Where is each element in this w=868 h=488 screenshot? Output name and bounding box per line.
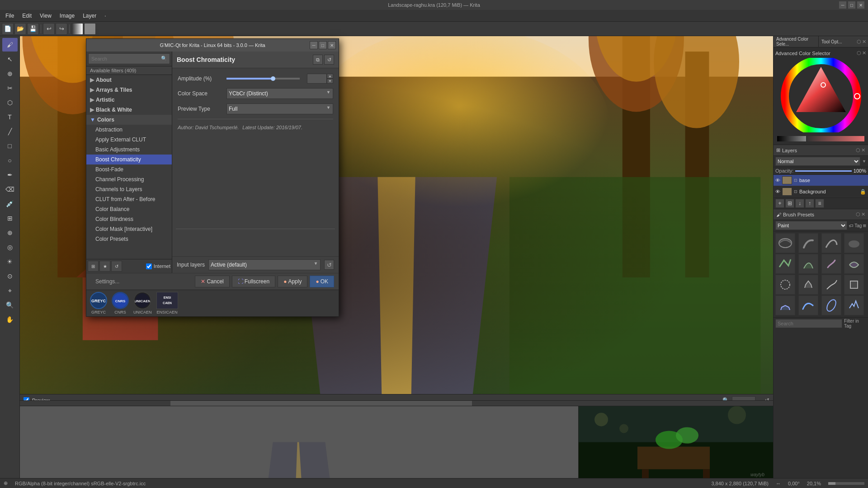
layer-vis-icon-bg[interactable]: 👁	[775, 189, 780, 194]
filter-reset-btn[interactable]: ↺	[111, 261, 122, 272]
lasso-tool-btn[interactable]: ⊙	[2, 269, 18, 283]
preview-type-select[interactable]: Full	[226, 103, 333, 114]
brush-item-13[interactable]	[775, 296, 795, 315]
dodge-tool-btn[interactable]: ☀	[2, 255, 18, 268]
category-about[interactable]: ▶ About	[86, 75, 172, 85]
color-wheel-svg[interactable]	[780, 58, 862, 132]
move-up-layer-btn[interactable]: ↑	[805, 199, 814, 208]
menu-view[interactable]: View	[36, 12, 55, 20]
menu-layer[interactable]: Layer	[79, 12, 100, 20]
panel-float-icon[interactable]: ⬡	[857, 39, 861, 45]
menu-more[interactable]: ·	[101, 12, 109, 20]
move-down-layer-btn[interactable]: ↓	[795, 199, 804, 208]
pen-tool-btn[interactable]: ✒	[2, 168, 18, 182]
canvas-hscroll[interactable]	[20, 400, 773, 406]
redo-btn[interactable]: ↪	[56, 23, 67, 35]
brush-item-9[interactable]	[775, 275, 795, 295]
text-tool-btn[interactable]: T	[2, 110, 18, 124]
brush-item-1[interactable]	[775, 233, 795, 253]
brush-item-7[interactable]	[821, 254, 841, 274]
menu-file[interactable]: File	[2, 12, 18, 20]
menu-edit[interactable]: Edit	[19, 12, 35, 20]
zoom-slider[interactable]	[828, 482, 864, 485]
brush-item-16[interactable]	[844, 296, 864, 315]
gmic-close-btn[interactable]: ✕	[328, 41, 336, 49]
filter-apply-external-clut[interactable]: Apply External CLUT	[86, 135, 172, 145]
add-layer-btn[interactable]: +	[775, 199, 784, 208]
cancel-btn[interactable]: ✕ Cancel	[195, 276, 229, 287]
layer-base[interactable]: 👁 ⊡ base	[774, 175, 868, 186]
filter-search-input[interactable]	[88, 53, 170, 64]
category-artistic[interactable]: ▶ Artistic	[86, 95, 172, 105]
input-layers-select[interactable]: Active (default)	[208, 259, 321, 270]
layers-float-icon[interactable]: ⬡	[856, 147, 860, 153]
dark-bar[interactable]	[777, 136, 806, 141]
adv-color-tab[interactable]: Advanced Color Sele...	[774, 36, 819, 47]
brush-item-4[interactable]	[844, 233, 864, 253]
gmic-minimize-btn[interactable]: ─	[310, 41, 318, 49]
ellipse-tool-btn[interactable]: ○	[2, 154, 18, 167]
brush-item-15[interactable]	[821, 296, 841, 315]
fill-tool-btn[interactable]: ⬡	[2, 96, 18, 109]
save-file-btn[interactable]: 💾	[27, 23, 39, 35]
filter-bookmark-btn[interactable]: ★	[99, 261, 110, 272]
line-tool-btn[interactable]: ╱	[2, 125, 18, 138]
color-selector-float-icon[interactable]: ⬡	[857, 50, 861, 56]
eraser-tool-btn[interactable]: ⌫	[2, 183, 18, 196]
duplicate-layer-btn[interactable]: ⊞	[785, 199, 794, 208]
color-bar[interactable]	[807, 136, 864, 141]
open-file-btn[interactable]: 📂	[14, 23, 26, 35]
gradient-btn[interactable]	[71, 23, 83, 35]
header-refresh-btn[interactable]: ↺	[324, 55, 334, 65]
brush-item-10[interactable]	[798, 275, 818, 295]
minimize-btn[interactable]: ─	[839, 1, 846, 9]
crop-tool-btn[interactable]: ✂	[2, 81, 18, 95]
brush-item-5[interactable]	[775, 254, 795, 274]
color-selector-close-icon[interactable]: ✕	[862, 50, 866, 56]
eyedropper-tool-btn[interactable]: 💉	[2, 197, 18, 211]
filter-channel-processing[interactable]: Channel Processing	[86, 174, 172, 184]
fullscreen-btn[interactable]: ⛶ Fullscreen	[232, 276, 275, 287]
filter-color-presets[interactable]: Color Presets	[86, 234, 172, 244]
brush-category-select[interactable]: Paint	[775, 221, 847, 230]
amplitude-up-btn[interactable]: ▲	[327, 74, 333, 79]
close-btn[interactable]: ✕	[857, 1, 864, 9]
layer-menu-btn[interactable]: ≡	[815, 199, 824, 208]
filter-abstraction[interactable]: Abstraction	[86, 125, 172, 135]
brush-search-input[interactable]	[775, 319, 842, 328]
filter-basic-adjustments[interactable]: Basic Adjustments	[86, 145, 172, 155]
filter-color-mask-interactive[interactable]: Color Mask [Interactive]	[86, 224, 172, 234]
bottom-left-canvas[interactable]	[20, 406, 579, 478]
brush-panel-float-icon[interactable]: ⬡	[856, 211, 860, 217]
tool-options-tab[interactable]: Tool Opt...	[819, 36, 855, 47]
color-btn[interactable]	[84, 23, 96, 35]
transform-tool-btn[interactable]: ⊕	[2, 67, 18, 80]
brush-item-8[interactable]	[844, 254, 864, 274]
status-canvas-icon[interactable]: ⊕	[4, 480, 8, 486]
amplitude-value-input[interactable]: 63.7	[307, 74, 327, 84]
select-tool-btn[interactable]: ↖	[2, 52, 18, 66]
menu-image[interactable]: Image	[56, 12, 78, 20]
brush-item-6[interactable]	[798, 254, 818, 274]
maximize-btn[interactable]: □	[848, 1, 855, 9]
brush-item-14[interactable]	[798, 296, 818, 315]
rect-tool-btn[interactable]: □	[2, 139, 18, 153]
header-copy-btn[interactable]: ⧉	[313, 55, 323, 65]
panel-close-icon[interactable]: ✕	[862, 39, 866, 45]
blend-mode-select[interactable]: Normal	[775, 157, 860, 166]
internet-checkbox[interactable]	[146, 263, 152, 269]
filter-clut-from-after-before[interactable]: CLUT from After - Before	[86, 194, 172, 204]
settings-btn[interactable]: Settings...	[91, 277, 124, 286]
layer-vis-icon-base[interactable]: 👁	[775, 178, 780, 183]
amplitude-slider[interactable]	[226, 78, 300, 80]
amplitude-thumb[interactable]	[271, 76, 275, 81]
filter-list[interactable]: ▶ About ▶ Arrays & Tiles ▶ Artistic	[86, 75, 172, 259]
brush-item-2[interactable]	[798, 233, 818, 253]
filter-boost-fade[interactable]: Boost-Fade	[86, 164, 172, 174]
ok-btn[interactable]: ● OK	[310, 276, 334, 287]
filter-channels-to-layers[interactable]: Channels to Layers	[86, 184, 172, 194]
layers-close-icon[interactable]: ✕	[861, 147, 865, 153]
category-colors[interactable]: ▼ Colors	[86, 115, 172, 125]
category-black-white[interactable]: ▶ Black & White	[86, 105, 172, 115]
layer-background[interactable]: 👁 ⊡ Background 🔒	[774, 186, 868, 197]
